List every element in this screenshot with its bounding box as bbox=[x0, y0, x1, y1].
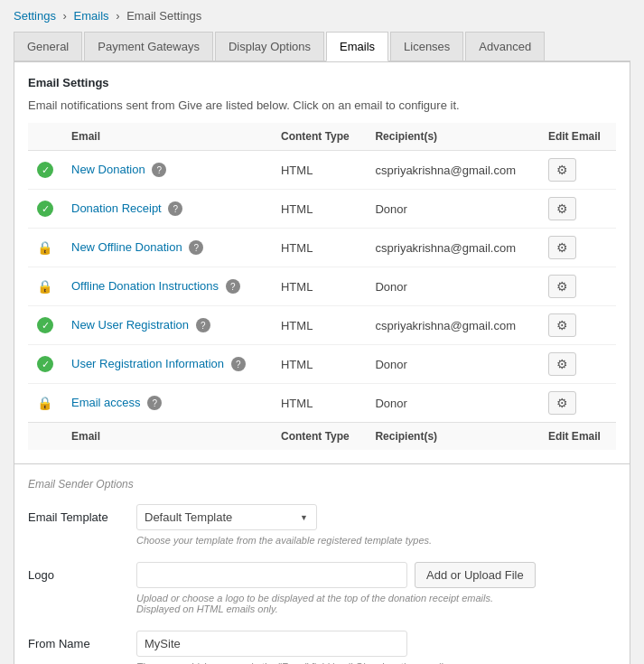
email-name-cell: New Offline Donation ? bbox=[62, 229, 272, 267]
table-row: ✓New User Registration ?HTMLcspriyakrish… bbox=[28, 306, 616, 345]
content-type-cell: HTML bbox=[272, 151, 366, 190]
help-icon[interactable]: ? bbox=[147, 396, 162, 410]
sep1: › bbox=[63, 9, 67, 23]
recipient-cell: cspriyakrishna@gmail.com bbox=[366, 151, 538, 190]
check-icon: ✓ bbox=[37, 201, 53, 217]
edit-cell: ⚙ bbox=[539, 345, 616, 384]
email-template-row: Email Template Default Template None Cho… bbox=[28, 504, 616, 546]
col-recipient-header: Recipient(s) bbox=[366, 123, 538, 151]
edit-cell: ⚙ bbox=[539, 384, 616, 423]
help-icon[interactable]: ? bbox=[168, 201, 182, 216]
help-icon[interactable]: ? bbox=[226, 279, 240, 294]
from-name-field: The name which appears in the "From" fie… bbox=[136, 631, 616, 664]
logo-field: Add or Upload File Upload or choose a lo… bbox=[136, 562, 616, 614]
logo-label: Logo bbox=[28, 562, 136, 582]
status-cell: 🔒 bbox=[28, 384, 62, 423]
gear-button[interactable]: ⚙ bbox=[548, 391, 576, 415]
table-row: 🔒New Offline Donation ?HTMLcspriyakrishn… bbox=[28, 229, 616, 267]
sender-options-title: Email Sender Options bbox=[28, 478, 616, 491]
logo-input-row: Add or Upload File bbox=[136, 562, 616, 588]
table-row: ✓New Donation ?HTMLcspriyakrishna@gmail.… bbox=[28, 151, 616, 190]
breadcrumb: Settings › Emails › Email Settings bbox=[14, 9, 630, 23]
email-name-cell: Offline Donation Instructions ? bbox=[62, 267, 272, 306]
col-email-header: Email bbox=[62, 123, 272, 151]
section-title: Email Settings bbox=[28, 76, 616, 89]
email-link[interactable]: New Offline Donation bbox=[71, 240, 182, 254]
email-template-select[interactable]: Default Template None bbox=[136, 504, 317, 530]
from-name-row: From Name The name which appears in the … bbox=[28, 631, 616, 664]
lock-icon: 🔒 bbox=[37, 240, 52, 255]
content-type-cell: HTML bbox=[272, 345, 366, 384]
status-cell: ✓ bbox=[28, 190, 62, 229]
status-cell: 🔒 bbox=[28, 229, 62, 267]
tab-payment-gateways[interactable]: Payment Gateways bbox=[84, 32, 213, 61]
email-link[interactable]: User Registration Information bbox=[71, 357, 224, 370]
content-type-cell: HTML bbox=[272, 190, 366, 229]
help-icon[interactable]: ? bbox=[189, 240, 203, 255]
recipient-cell: Donor bbox=[366, 345, 538, 384]
table-row: 🔒Email access ?HTMLDonor⚙ bbox=[28, 384, 616, 423]
email-name-cell: New Donation ? bbox=[62, 151, 272, 190]
tab-general[interactable]: General bbox=[14, 32, 82, 61]
gear-button[interactable]: ⚙ bbox=[548, 313, 576, 337]
from-name-input[interactable] bbox=[136, 631, 407, 657]
email-link[interactable]: Offline Donation Instructions bbox=[71, 279, 219, 293]
gear-button[interactable]: ⚙ bbox=[548, 197, 576, 220]
col-recipient-footer: Recipient(s) bbox=[366, 423, 538, 451]
tab-licenses[interactable]: Licenses bbox=[390, 32, 463, 61]
recipient-cell: cspriyakrishna@gmail.com bbox=[366, 306, 538, 345]
nav-tabs: General Payment Gateways Display Options… bbox=[14, 32, 630, 61]
table-row: 🔒Offline Donation Instructions ?HTMLDono… bbox=[28, 267, 616, 306]
col-content-type-footer: Content Type bbox=[272, 423, 366, 451]
recipient-cell: Donor bbox=[366, 190, 538, 229]
content-type-cell: HTML bbox=[272, 306, 366, 345]
edit-cell: ⚙ bbox=[539, 151, 616, 190]
recipient-cell: Donor bbox=[366, 384, 538, 423]
email-link[interactable]: Email access bbox=[71, 396, 141, 409]
gear-button[interactable]: ⚙ bbox=[548, 236, 576, 259]
tab-display-options[interactable]: Display Options bbox=[215, 32, 324, 61]
tab-advanced[interactable]: Advanced bbox=[465, 32, 545, 61]
sep2: › bbox=[116, 9, 119, 23]
email-link[interactable]: New User Registration bbox=[71, 318, 189, 332]
email-name-cell: User Registration Information ? bbox=[62, 345, 272, 384]
content-type-cell: HTML bbox=[272, 384, 366, 423]
email-name-cell: New User Registration ? bbox=[62, 306, 272, 345]
gear-button[interactable]: ⚙ bbox=[548, 158, 576, 182]
recipient-cell: cspriyakrishna@gmail.com bbox=[366, 229, 538, 267]
status-cell: ✓ bbox=[28, 306, 62, 345]
breadcrumb-current: Email Settings bbox=[126, 9, 201, 23]
help-icon[interactable]: ? bbox=[231, 357, 246, 371]
email-template-select-wrap[interactable]: Default Template None bbox=[136, 504, 317, 530]
tab-emails[interactable]: Emails bbox=[326, 32, 388, 61]
help-icon[interactable]: ? bbox=[196, 318, 210, 332]
main-content: Email Settings Email notifications sent … bbox=[14, 61, 630, 464]
logo-input[interactable] bbox=[136, 562, 407, 588]
help-icon[interactable]: ? bbox=[152, 163, 166, 177]
email-template-label: Email Template bbox=[28, 504, 136, 524]
content-type-cell: HTML bbox=[272, 229, 366, 267]
email-name-cell: Email access ? bbox=[62, 384, 272, 423]
check-icon: ✓ bbox=[37, 356, 53, 372]
email-name-cell: Donation Receipt ? bbox=[62, 190, 272, 229]
description-text: Email notifications sent from Give are l… bbox=[28, 98, 616, 112]
col-edit-header: Edit Email bbox=[539, 123, 616, 151]
email-link[interactable]: New Donation bbox=[71, 163, 145, 176]
gear-button[interactable]: ⚙ bbox=[548, 275, 576, 298]
content-type-cell: HTML bbox=[272, 267, 366, 306]
email-link[interactable]: Donation Receipt bbox=[71, 201, 162, 215]
sender-options-section: Email Sender Options Email Template Defa… bbox=[14, 464, 630, 664]
breadcrumb-emails[interactable]: Emails bbox=[74, 9, 109, 23]
from-name-label: From Name bbox=[28, 631, 136, 650]
upload-file-button[interactable]: Add or Upload File bbox=[415, 562, 536, 588]
lock-icon: 🔒 bbox=[37, 396, 52, 410]
col-status-footer bbox=[28, 423, 62, 451]
col-email-footer: Email bbox=[62, 423, 272, 451]
col-content-type-header: Content Type bbox=[272, 123, 366, 151]
table-row: ✓User Registration Information ?HTMLDono… bbox=[28, 345, 616, 384]
gear-button[interactable]: ⚙ bbox=[548, 352, 576, 376]
col-edit-footer: Edit Email bbox=[539, 423, 616, 451]
breadcrumb-settings[interactable]: Settings bbox=[14, 9, 56, 23]
email-table: Email Content Type Recipient(s) Edit Ema… bbox=[28, 123, 616, 450]
email-template-field: Default Template None Choose your templa… bbox=[136, 504, 616, 546]
